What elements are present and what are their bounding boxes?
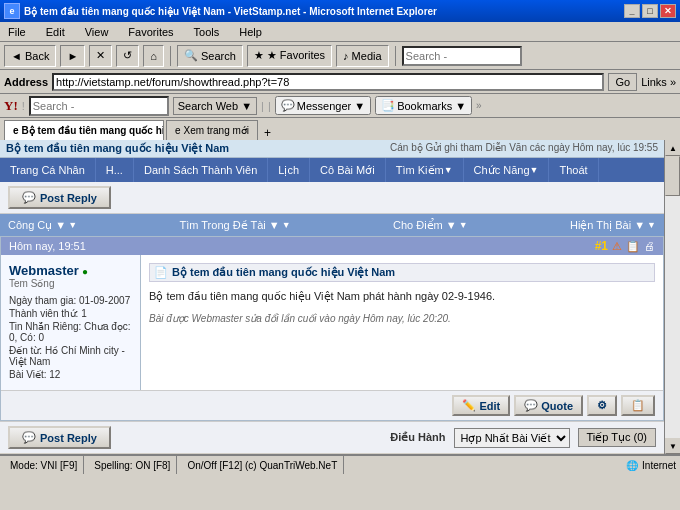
action-btn-4[interactable]: 📋 [621, 395, 655, 416]
join-date-label: Ngày tham gia: [9, 295, 76, 306]
post-container: Hôm nay, 19:51 #1 ⚠ 📋 🖨 Webmaster ● Tem … [0, 236, 664, 421]
post-title-icon: 📄 [154, 266, 168, 279]
nav-profile[interactable]: Trang Cá Nhân [0, 158, 96, 182]
yahoo-search-input[interactable] [33, 100, 165, 112]
user-stats: Ngày tham gia: 01-09-2007 Thành viên thứ… [9, 295, 132, 380]
post-content: 📄 Bộ tem đầu tiên mang quốc hiệu Việt Na… [141, 255, 663, 390]
stop-button[interactable]: ✕ [89, 45, 112, 67]
yahoo-expand-button[interactable]: » [476, 100, 482, 111]
add-tab-button[interactable]: + [260, 126, 275, 140]
tab-2[interactable]: e Xem trang mới [166, 120, 258, 140]
report-icon: 📋 [626, 240, 640, 253]
post-body: Webmaster ● Tem Sống Ngày tham gia: 01-0… [1, 255, 663, 390]
tool-cho-diem[interactable]: Cho Điểm ▼ [385, 214, 476, 236]
nav-home[interactable]: H... [96, 158, 134, 182]
window-controls[interactable]: _ □ ✕ [624, 4, 676, 18]
go-button[interactable]: Go [608, 73, 637, 91]
admin-label: Điều Hành [390, 431, 445, 444]
title-bar-left: e Bộ tem đầu tiên mang quốc hiệu Việt Na… [4, 3, 437, 19]
nav-menu: Trang Cá Nhân H... Danh Sách Thành Viên … [0, 158, 664, 182]
minimize-button[interactable]: _ [624, 4, 640, 18]
maximize-button[interactable]: □ [642, 4, 658, 18]
member-label: Thành viên thứ: [9, 308, 78, 319]
username-link[interactable]: Webmaster [9, 263, 79, 278]
links-label: Links » [641, 76, 676, 88]
refresh-button[interactable]: ↺ [116, 45, 139, 67]
bottom-post-reply-button[interactable]: 💬 Post Reply [8, 426, 111, 449]
search-web-button[interactable]: Search Web ▼ [173, 97, 257, 115]
tiep-tuc-button[interactable]: Tiếp Tục (0) [578, 428, 656, 447]
globe-icon: 🌐 [626, 460, 638, 471]
search-input[interactable] [406, 50, 518, 62]
favorites-button[interactable]: ★ ★ Favorites [247, 45, 332, 67]
scroll-up-button[interactable]: ▲ [665, 140, 680, 156]
home-button[interactable]: ⌂ [143, 45, 164, 67]
address-bar: Address Go Links » [0, 70, 680, 94]
nav-search[interactable]: Tìm Kiếm [386, 158, 464, 182]
post-title: 📄 Bộ tem đầu tiên mang quốc hiệu Việt Na… [149, 263, 655, 282]
private-msg-label: Tin Nhắn Riêng: [9, 321, 81, 332]
nav-new-posts[interactable]: Cô Bài Mới [310, 158, 386, 182]
menu-tools[interactable]: Tools [190, 24, 224, 40]
edit-icon: ✏️ [462, 399, 476, 412]
quote-button[interactable]: 💬 Quote [514, 395, 583, 416]
forward-button[interactable]: ► [60, 45, 85, 67]
thread-tools-bar: Công Cụ ▼ Tìm Trong Đề Tài ▼ Cho Điểm ▼ … [0, 214, 664, 236]
user-title: Tem Sống [9, 278, 132, 289]
yahoo-toolbar: Y! ! Search Web ▼ | | 💬 Messenger ▼ 📑 Bo… [0, 94, 680, 118]
post-body-text: Bộ tem đầu tiên mang quốc hiệu Việt Nam … [149, 288, 655, 305]
bookmarks-icon: 📑 [381, 99, 395, 112]
back-button[interactable]: ◄ Back [4, 45, 56, 67]
post-reply-icon-bottom: 💬 [22, 431, 36, 444]
menu-file[interactable]: File [4, 24, 30, 40]
yahoo-search-box[interactable] [29, 96, 169, 116]
nav-calendar[interactable]: Lịch [268, 158, 310, 182]
media-button[interactable]: ♪ Media [336, 45, 388, 67]
member-num-value: 1 [81, 308, 87, 319]
nav-members[interactable]: Danh Sách Thành Viên [134, 158, 268, 182]
post-header: Hôm nay, 19:51 #1 ⚠ 📋 🖨 [1, 237, 663, 255]
breadcrumb-bar: Bộ tem đầu tiên mang quốc hiệu Việt Nam … [0, 140, 664, 158]
tool-cong-cu[interactable]: Công Cụ ▼ [0, 214, 85, 236]
close-button[interactable]: ✕ [660, 4, 676, 18]
action-icon-3: ⚙ [597, 399, 607, 412]
toolbar-pipe-1: | [261, 100, 264, 112]
address-input[interactable] [52, 73, 604, 91]
menu-favorites[interactable]: Favorites [124, 24, 177, 40]
post-header-right: #1 ⚠ 📋 🖨 [595, 239, 655, 253]
search-box[interactable] [402, 46, 522, 66]
top-post-reply-button[interactable]: 💬 Post Reply [8, 186, 111, 209]
search-icon: 🔍 [184, 49, 198, 62]
location-label: Đến từ: [9, 345, 42, 356]
scroll-thumb[interactable] [665, 156, 680, 196]
bookmarks-button[interactable]: 📑 Bookmarks ▼ [375, 96, 472, 115]
action-icon-4: 📋 [631, 399, 645, 412]
tab-2-icon: e [175, 125, 181, 136]
scroll-down-button[interactable]: ▼ [665, 438, 680, 454]
tab-icon-ie: e [13, 125, 19, 136]
action-btn-3[interactable]: ⚙ [587, 395, 617, 416]
post-actions-bar: ✏️ Edit 💬 Quote ⚙ 📋 [1, 390, 663, 420]
yahoo-logo: Y! [4, 98, 18, 114]
admin-dropdown[interactable]: Hợp Nhất Bài Viết [454, 428, 570, 448]
messenger-button[interactable]: 💬 Messenger ▼ [275, 96, 371, 115]
vertical-scrollbar[interactable]: ▲ ▼ [664, 140, 680, 454]
status-zone: 🌐 Internet [626, 460, 676, 471]
tab-active[interactable]: e Bộ tem đầu tiên mang quốc hiệu... ✕ [4, 120, 164, 140]
menu-edit[interactable]: Edit [42, 24, 69, 40]
nav-logout[interactable]: Thoát [549, 158, 598, 182]
edit-button[interactable]: ✏️ Edit [452, 395, 510, 416]
menu-view[interactable]: View [81, 24, 113, 40]
search-button[interactable]: 🔍 Search [177, 45, 243, 67]
menu-help[interactable]: Help [235, 24, 266, 40]
scroll-track[interactable] [665, 156, 680, 438]
content-area: Bộ tem đầu tiên mang quốc hiệu Việt Nam … [0, 140, 664, 454]
ie-icon: e [4, 3, 20, 19]
nav-functions[interactable]: Chức Năng [464, 158, 550, 182]
tool-tim-trong-de-tai[interactable]: Tìm Trong Đề Tài ▼ [172, 214, 299, 236]
media-icon: ♪ [343, 50, 349, 62]
tool-hien-thi-bai[interactable]: Hiện Thị Bài ▼ [562, 214, 664, 236]
menu-bar: File Edit View Favorites Tools Help [0, 22, 680, 42]
status-toggle: On/Off [F12] (c) QuanTriWeb.NeT [181, 456, 344, 474]
post-edit-notice: Bài được Webmaster sửa đổi lần cuối vào … [149, 313, 655, 324]
